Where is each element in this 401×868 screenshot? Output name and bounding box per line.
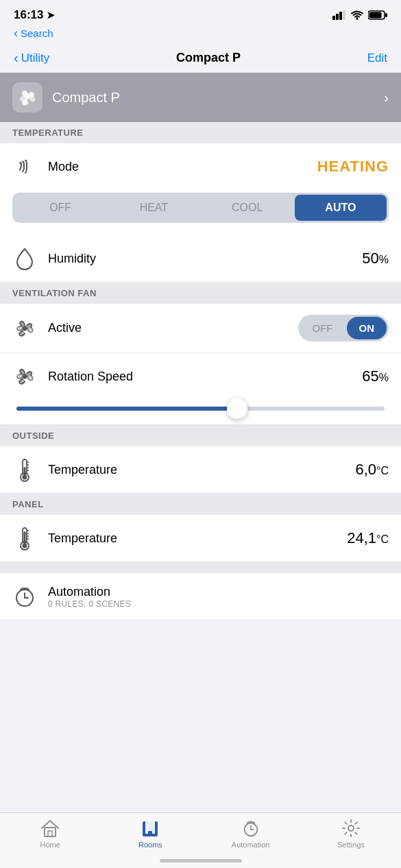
humidity-label: Humidity bbox=[48, 252, 96, 266]
svg-rect-21 bbox=[24, 531, 26, 545]
svg-rect-3 bbox=[343, 10, 345, 20]
tab-settings-label: Settings bbox=[337, 841, 365, 849]
mode-selector-container: OFF HEAT COOL AUTO bbox=[0, 184, 401, 235]
home-indicator bbox=[160, 859, 242, 863]
mode-label: Mode bbox=[48, 160, 79, 174]
device-chevron-icon[interactable]: › bbox=[384, 90, 389, 106]
humidity-row: Humidity 50% bbox=[0, 235, 401, 282]
svg-point-22 bbox=[23, 544, 27, 548]
svg-point-38 bbox=[250, 821, 252, 823]
automation-title: Automation bbox=[48, 585, 131, 599]
time-label: 16:13 bbox=[14, 8, 43, 22]
status-time: 16:13 ➤ bbox=[14, 8, 55, 22]
automation-subtitle: 0 RULES, 0 SCENES bbox=[48, 599, 131, 609]
tab-automation[interactable]: Automation bbox=[201, 819, 301, 849]
tab-bar-spacer bbox=[0, 620, 401, 675]
mode-off-button[interactable]: OFF bbox=[14, 195, 106, 221]
battery-icon bbox=[368, 10, 387, 20]
ventilation-section-header: VENTILATION FAN bbox=[0, 282, 401, 304]
mode-heat-button[interactable]: HEAT bbox=[108, 195, 199, 221]
automation-text: Automation 0 RULES, 0 SCENES bbox=[48, 585, 131, 609]
fan-active-icon bbox=[12, 316, 37, 341]
tab-automation-label: Automation bbox=[232, 841, 270, 849]
device-header[interactable]: Compact P › bbox=[0, 73, 401, 122]
toggle-off-button[interactable]: OFF bbox=[300, 317, 345, 339]
svg-rect-1 bbox=[336, 14, 339, 20]
mode-icon bbox=[12, 154, 37, 179]
slider-fill bbox=[16, 407, 237, 411]
mode-value: HEATING bbox=[317, 158, 389, 176]
humidity-unit: % bbox=[379, 254, 389, 265]
rotation-value-container: 65% bbox=[362, 367, 389, 385]
outside-temp-row: Temperature 6,0°C bbox=[0, 446, 401, 494]
active-toggle[interactable]: OFF ON bbox=[298, 315, 389, 341]
nav-bar: ‹ Utility Compact P Edit bbox=[0, 46, 401, 73]
status-icons bbox=[332, 10, 387, 21]
panel-temp-icon bbox=[12, 526, 37, 551]
nav-edit-button[interactable]: Edit bbox=[367, 51, 387, 65]
automation-tab-icon bbox=[241, 819, 260, 838]
svg-point-14 bbox=[23, 475, 27, 480]
speed-slider-row[interactable] bbox=[0, 394, 401, 425]
rotation-icon bbox=[12, 364, 37, 389]
mode-row: Mode HEATING bbox=[0, 143, 401, 184]
status-bar: 16:13 ➤ bbox=[0, 0, 401, 26]
slider-track[interactable] bbox=[16, 407, 385, 411]
back-search-link[interactable]: ‹ Search bbox=[14, 26, 387, 40]
tab-home-label: Home bbox=[40, 841, 60, 849]
search-back-bar: ‹ Search bbox=[0, 26, 401, 46]
tab-settings[interactable]: Settings bbox=[301, 819, 401, 849]
panel-temp-label: Temperature bbox=[48, 531, 117, 546]
nav-back-button[interactable]: ‹ Utility bbox=[14, 50, 49, 66]
rotation-label: Rotation Speed bbox=[48, 370, 133, 384]
outside-temp-value: 6,0 bbox=[355, 461, 376, 478]
panel-temp-value-container: 24,1°C bbox=[347, 529, 389, 547]
outside-temp-unit: °C bbox=[376, 465, 389, 477]
device-icon-box bbox=[12, 82, 42, 112]
tab-rooms-label: Rooms bbox=[138, 841, 162, 849]
svg-point-10 bbox=[23, 374, 27, 379]
svg-rect-7 bbox=[385, 13, 387, 17]
svg-rect-2 bbox=[339, 12, 342, 20]
automation-row[interactable]: Automation 0 RULES, 0 SCENES bbox=[0, 573, 401, 620]
location-icon: ➤ bbox=[47, 10, 55, 21]
rooms-icon bbox=[141, 819, 160, 838]
outside-section-header: OUTSIDE bbox=[0, 425, 401, 446]
settings-icon bbox=[341, 819, 361, 838]
active-label: Active bbox=[48, 321, 82, 335]
nav-title: Compact P bbox=[176, 51, 241, 65]
svg-point-39 bbox=[348, 825, 354, 831]
mode-selector: OFF HEAT COOL AUTO bbox=[12, 193, 389, 223]
tab-rooms[interactable]: Rooms bbox=[100, 819, 200, 849]
panel-section-header: PANEL bbox=[0, 494, 401, 515]
rotation-unit: % bbox=[379, 372, 389, 383]
active-row: Active OFF ON bbox=[0, 304, 401, 353]
search-label: Search bbox=[21, 27, 53, 39]
svg-rect-30 bbox=[45, 828, 56, 836]
toggle-on-button[interactable]: ON bbox=[347, 317, 387, 339]
svg-rect-31 bbox=[48, 831, 52, 836]
fan-icon bbox=[18, 88, 37, 107]
slider-thumb[interactable] bbox=[227, 398, 247, 419]
mode-auto-button[interactable]: AUTO bbox=[295, 195, 387, 221]
rotation-value: 65 bbox=[362, 367, 378, 385]
nav-back-label: Utility bbox=[21, 51, 50, 65]
panel-temp-row: Temperature 24,1°C bbox=[0, 515, 401, 562]
humidity-value-container: 50% bbox=[362, 250, 389, 267]
humidity-icon bbox=[12, 246, 37, 271]
svg-point-9 bbox=[23, 326, 27, 330]
outside-temp-label: Temperature bbox=[48, 463, 117, 477]
svg-rect-0 bbox=[332, 16, 335, 20]
panel-temp-unit: °C bbox=[376, 533, 389, 545]
svg-rect-34 bbox=[148, 831, 152, 836]
mode-cool-button[interactable]: COOL bbox=[202, 195, 293, 221]
svg-rect-6 bbox=[369, 12, 382, 19]
temperature-section-header: TEMPERATURE bbox=[0, 122, 401, 143]
tab-home[interactable]: Home bbox=[0, 819, 100, 849]
automation-icon bbox=[12, 584, 37, 609]
device-name: Compact P bbox=[52, 90, 120, 106]
outside-temp-value-container: 6,0°C bbox=[355, 461, 389, 479]
svg-point-4 bbox=[356, 18, 359, 20]
device-header-left: Compact P bbox=[12, 82, 120, 112]
humidity-value: 50 bbox=[362, 250, 378, 267]
